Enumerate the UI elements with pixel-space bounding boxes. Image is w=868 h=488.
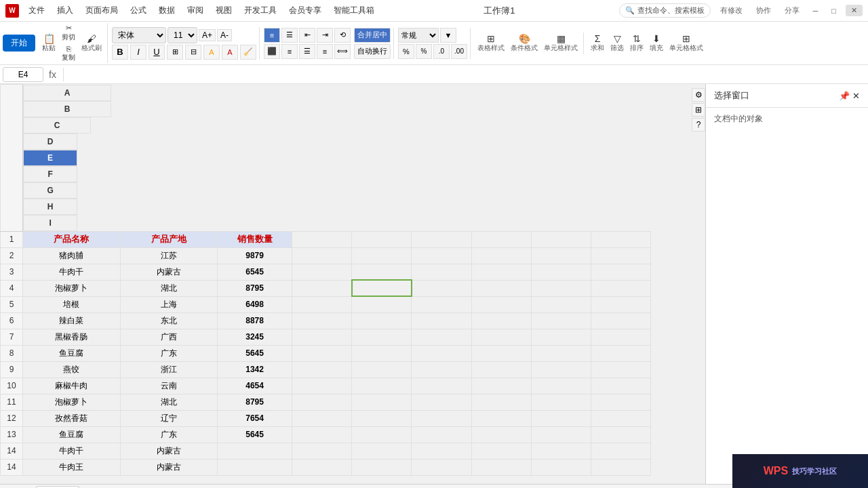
distribute-button[interactable]: ⟺ bbox=[334, 44, 351, 59]
number-format-btn[interactable]: ▼ bbox=[440, 28, 456, 43]
cell-a5[interactable]: 培根 bbox=[23, 296, 121, 312]
cell-extra14-1[interactable] bbox=[292, 459, 352, 475]
format-paint-button[interactable]: 🖌 格式刷 bbox=[79, 33, 104, 54]
cell-g10[interactable] bbox=[471, 378, 531, 394]
menu-dev[interactable]: 开发工具 bbox=[239, 3, 282, 18]
cell-h1[interactable] bbox=[531, 231, 591, 247]
cell-f14[interactable] bbox=[412, 443, 471, 459]
cell-i9[interactable] bbox=[591, 361, 650, 378]
cell-d8[interactable] bbox=[292, 345, 352, 361]
wps-collab-btn[interactable]: 协作 bbox=[752, 4, 775, 17]
cell-g3[interactable] bbox=[471, 264, 531, 280]
row-num-7[interactable]: 7 bbox=[1, 329, 23, 345]
cell-extra14-3[interactable] bbox=[412, 459, 471, 475]
paste-button[interactable]: 📋 粘贴 bbox=[39, 33, 58, 54]
formula-input[interactable] bbox=[68, 70, 865, 79]
fx-icon[interactable]: fx bbox=[46, 69, 59, 80]
cell-d11[interactable] bbox=[292, 394, 352, 410]
menu-view[interactable]: 视图 bbox=[210, 3, 237, 18]
cell-e2[interactable] bbox=[352, 247, 412, 264]
cell-g12[interactable] bbox=[471, 410, 531, 426]
merge-center-button[interactable]: 合并居中 bbox=[354, 28, 391, 43]
col-header-i[interactable]: I bbox=[23, 215, 77, 231]
pin-icon[interactable]: 📌 bbox=[839, 91, 850, 101]
cell-h5[interactable] bbox=[531, 296, 591, 312]
row-num-14[interactable]: 14 bbox=[1, 443, 23, 459]
cell-i1[interactable] bbox=[591, 231, 650, 247]
cell-extra14-2[interactable] bbox=[352, 459, 412, 475]
cell-d14[interactable] bbox=[292, 443, 352, 459]
window-maximize-btn[interactable]: □ bbox=[827, 5, 840, 16]
cell-i2[interactable] bbox=[591, 247, 650, 264]
col-header-b[interactable]: B bbox=[23, 101, 111, 117]
align-left-button[interactable]: ⬛ bbox=[264, 44, 280, 59]
side-tool-2[interactable]: ⊞ bbox=[692, 103, 705, 117]
text-direction-button[interactable]: ⟲ bbox=[334, 28, 351, 43]
menu-vip[interactable]: 会员专享 bbox=[283, 3, 327, 18]
font-name-select[interactable]: 宋体 bbox=[112, 27, 166, 43]
col-header-a[interactable]: A bbox=[23, 85, 111, 101]
cell-g11[interactable] bbox=[471, 394, 531, 410]
cell-a7[interactable]: 黑椒香肠 bbox=[23, 329, 121, 345]
cell-a13[interactable]: 鱼豆腐 bbox=[23, 426, 121, 443]
cell-i10[interactable] bbox=[591, 378, 650, 394]
cell-g4[interactable] bbox=[471, 280, 531, 296]
row-num-5[interactable]: 5 bbox=[1, 296, 23, 312]
cell-c9[interactable]: 1342 bbox=[218, 361, 292, 378]
underline-button[interactable]: U bbox=[149, 45, 165, 60]
cell-f13[interactable] bbox=[412, 426, 471, 443]
menu-insert[interactable]: 插入 bbox=[52, 3, 79, 18]
cell-e13[interactable] bbox=[352, 426, 412, 443]
cell-i11[interactable] bbox=[591, 394, 650, 410]
cell-d7[interactable] bbox=[292, 329, 352, 345]
cell-f2[interactable] bbox=[412, 247, 471, 264]
cell-d5[interactable] bbox=[292, 296, 352, 312]
cell-b14[interactable]: 内蒙古 bbox=[120, 459, 217, 475]
cut-button[interactable]: ✂ 剪切 bbox=[59, 23, 78, 43]
cell-extra14-5[interactable] bbox=[531, 459, 591, 475]
row-num-3[interactable]: 3 bbox=[1, 264, 23, 280]
cell-h9[interactable] bbox=[531, 361, 591, 378]
font-color-button[interactable]: A bbox=[222, 45, 238, 60]
cell-e1[interactable] bbox=[352, 231, 412, 247]
fill-color-button[interactable]: A bbox=[203, 45, 220, 60]
cell-format-button[interactable]: ⊞ 单元格格式 bbox=[667, 33, 706, 54]
align-center-button[interactable]: ≡ bbox=[281, 44, 298, 59]
cell-e9[interactable] bbox=[352, 361, 412, 378]
cell-c10[interactable]: 4654 bbox=[218, 378, 292, 394]
thousand-sep-btn[interactable]: % bbox=[416, 44, 432, 59]
cell-g8[interactable] bbox=[471, 345, 531, 361]
row-num-10[interactable]: 10 bbox=[1, 378, 23, 394]
cell-c2[interactable]: 9879 bbox=[218, 247, 292, 264]
cell-e12[interactable] bbox=[352, 410, 412, 426]
cell-d10[interactable] bbox=[292, 378, 352, 394]
cell-a1[interactable]: 产品名称 bbox=[23, 231, 121, 247]
cell-f5[interactable] bbox=[412, 296, 471, 312]
cell-i6[interactable] bbox=[591, 312, 650, 329]
row-num-13[interactable]: 13 bbox=[1, 426, 23, 443]
wps-share-btn[interactable]: 分享 bbox=[781, 4, 804, 17]
row-num-6[interactable]: 6 bbox=[1, 312, 23, 329]
cell-c13[interactable]: 5645 bbox=[218, 426, 292, 443]
indent-increase-button[interactable]: ⇥ bbox=[317, 28, 333, 43]
cell-c7[interactable]: 3245 bbox=[218, 329, 292, 345]
cell-d6[interactable] bbox=[292, 312, 352, 329]
cell-e3[interactable] bbox=[352, 264, 412, 280]
cell-c12[interactable]: 7654 bbox=[218, 410, 292, 426]
cell-g9[interactable] bbox=[471, 361, 531, 378]
cell-e11[interactable] bbox=[352, 394, 412, 410]
cell-g2[interactable] bbox=[471, 247, 531, 264]
cell-i12[interactable] bbox=[591, 410, 650, 426]
wps-banner[interactable]: WPS 技巧学习社区 bbox=[732, 454, 868, 488]
wrap-text-button[interactable]: 自动换行 bbox=[354, 44, 391, 59]
align-middle-button[interactable]: ☰ bbox=[281, 28, 298, 43]
cell-h8[interactable] bbox=[531, 345, 591, 361]
table-body[interactable]: A B C D E F G H I 1 产品名称 bbox=[0, 84, 705, 484]
merge-shape-button[interactable]: ⊟ bbox=[185, 45, 201, 60]
row-num-14[interactable]: 14 bbox=[1, 459, 23, 475]
cell-i7[interactable] bbox=[591, 329, 650, 345]
cell-b14[interactable]: 内蒙古 bbox=[120, 443, 217, 459]
sheet-tab-1[interactable]: Sheet1 bbox=[36, 486, 79, 489]
row-num-8[interactable]: 8 bbox=[1, 345, 23, 361]
cell-f9[interactable] bbox=[412, 361, 471, 378]
